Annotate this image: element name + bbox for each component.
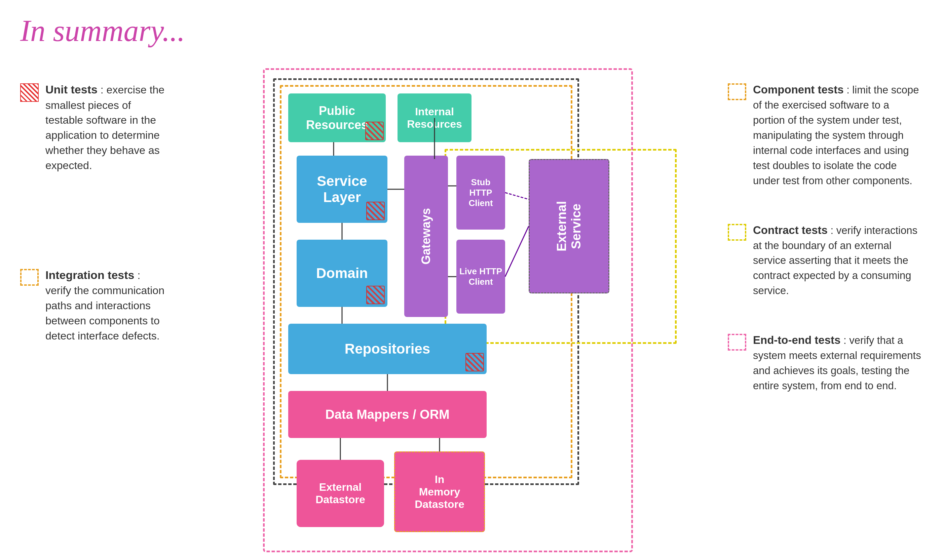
right-column: Component tests : limit the scope of the…: [728, 62, 923, 394]
page-container: In summary... Unit tests : exercise the …: [0, 0, 943, 560]
stub-http-box: Stub HTTP Client: [456, 155, 505, 229]
contract-tests-legend: Contract tests : verify interactions at …: [728, 222, 923, 299]
public-resources-hatch: [365, 122, 384, 140]
service-layer-label: Service Layer: [317, 173, 367, 205]
domain-hatch: [366, 286, 385, 304]
contract-tests-text: Contract tests : verify interactions at …: [753, 222, 923, 299]
end-to-end-tests-label: End-to-end tests: [753, 334, 840, 346]
domain-label: Domain: [316, 265, 368, 282]
domain-box: Domain: [297, 240, 387, 307]
end-to-end-tests-text: End-to-end tests : verify that a system …: [753, 332, 923, 394]
component-tests-icon: [728, 83, 746, 100]
service-layer-hatch: [366, 202, 385, 220]
unit-tests-icon: [20, 83, 39, 102]
internal-resources-box: Internal Resources: [398, 94, 471, 142]
component-tests-label: Component tests: [753, 83, 844, 96]
unit-tests-label: Unit tests: [45, 83, 97, 96]
live-http-box: Live HTTP Client: [456, 240, 505, 314]
external-service-label: External Service: [555, 201, 584, 251]
integration-tests-legend: Integration tests : verify the communica…: [20, 267, 168, 343]
main-layout: Unit tests : exercise the smallest piece…: [20, 62, 923, 541]
service-layer-box: Service Layer: [297, 155, 387, 223]
integration-tests-label: Integration tests: [45, 269, 134, 282]
in-memory-datastore-box: In Memory Datastore: [394, 451, 485, 532]
component-tests-text: Component tests : limit the scope of the…: [753, 82, 923, 189]
end-to-end-tests-legend: End-to-end tests : verify that a system …: [728, 332, 923, 394]
unit-tests-desc: : exercise the smallest pieces of testab…: [45, 84, 165, 171]
external-service-box: External Service: [529, 159, 609, 294]
gateways-label: Gateways: [419, 208, 433, 265]
in-memory-label: In Memory Datastore: [414, 473, 464, 511]
integration-tests-text: Integration tests : verify the communica…: [45, 267, 168, 343]
unit-tests-legend: Unit tests : exercise the smallest piece…: [20, 82, 168, 173]
diagram-wrapper: Public Resources Internal Resources Serv…: [263, 68, 633, 552]
contract-tests-label: Contract tests: [753, 224, 827, 236]
public-resources-label: Public Resources: [306, 104, 368, 132]
component-tests-legend: Component tests : limit the scope of the…: [728, 82, 923, 189]
data-mappers-box: Data Mappers / ORM: [288, 391, 487, 438]
internal-resources-label: Internal Resources: [407, 106, 462, 131]
external-datastore-label: External Datastore: [316, 481, 365, 506]
repositories-hatch: [465, 353, 484, 371]
component-tests-desc: : limit the scope of the exercised softw…: [753, 84, 919, 186]
left-column: Unit tests : exercise the smallest piece…: [20, 62, 168, 343]
live-http-label: Live HTTP Client: [459, 266, 502, 287]
public-resources-box: Public Resources: [288, 94, 386, 142]
contract-tests-icon: [728, 224, 746, 241]
gateways-box: Gateways: [404, 155, 448, 317]
unit-tests-text: Unit tests : exercise the smallest piece…: [45, 82, 168, 173]
integration-tests-icon: [20, 269, 39, 286]
end-to-end-tests-icon: [728, 334, 746, 351]
data-mappers-label: Data Mappers / ORM: [325, 408, 450, 422]
stub-http-label: Stub HTTP Client: [459, 177, 502, 208]
center-diagram: Public Resources Internal Resources Serv…: [182, 62, 714, 552]
external-datastore-box: External Datastore: [297, 460, 384, 527]
page-title: In summary...: [20, 14, 923, 48]
repositories-label: Repositories: [345, 341, 430, 357]
repositories-box: Repositories: [288, 324, 487, 374]
